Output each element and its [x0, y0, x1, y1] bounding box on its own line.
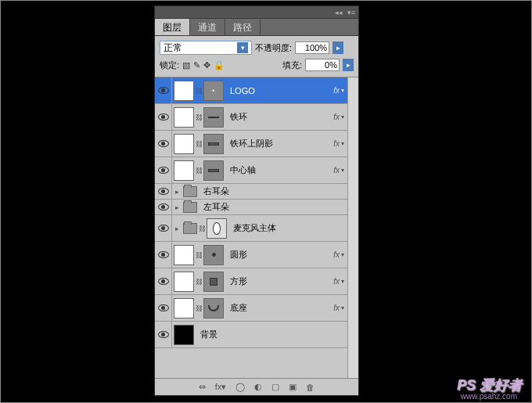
dropdown-arrow-icon: ▾: [237, 42, 248, 53]
tab-channels[interactable]: 通道: [190, 19, 225, 35]
shape-preview-icon: [208, 305, 219, 311]
layer-name[interactable]: LOGO: [225, 86, 333, 95]
mask-thumbnail[interactable]: [203, 245, 224, 265]
menu-icon[interactable]: ▾≡: [347, 9, 355, 16]
fill-input[interactable]: [305, 59, 340, 71]
shape-preview-icon: [208, 169, 219, 172]
shape-preview-icon: [210, 278, 217, 286]
mask-thumbnail[interactable]: [203, 134, 224, 154]
visibility-toggle[interactable]: [155, 242, 172, 268]
layer-controls: 正常 ▾ 不透明度: ▸ 锁定: ▧ ✎ ✥ 🔒 填充: ▸: [155, 36, 358, 77]
lock-transparency-icon[interactable]: ▧: [182, 60, 190, 70]
layer-thumbnail[interactable]: [174, 107, 194, 128]
blend-mode-select[interactable]: 正常 ▾: [160, 41, 252, 55]
visibility-toggle[interactable]: [155, 104, 172, 130]
lock-pixels-icon[interactable]: ✎: [193, 60, 200, 70]
scrollbar[interactable]: [347, 77, 358, 390]
delete-layer-icon[interactable]: 🗑: [306, 383, 315, 392]
layer-name[interactable]: 圆形: [225, 249, 333, 261]
visibility-toggle[interactable]: [155, 131, 172, 157]
layer-name[interactable]: 中心轴: [225, 164, 333, 176]
shape-preview-icon: [208, 142, 219, 146]
fx-menu-icon[interactable]: fx▾: [215, 382, 227, 392]
opacity-flyout-button[interactable]: ▸: [332, 41, 343, 54]
fx-expand-icon[interactable]: ▾: [341, 87, 347, 94]
visibility-toggle[interactable]: [155, 77, 172, 103]
opacity-input[interactable]: [295, 41, 329, 54]
eye-icon: [158, 331, 169, 338]
collapse-icon[interactable]: ◂◂: [335, 9, 343, 16]
opacity-label: 不透明度:: [255, 42, 292, 54]
layer-row[interactable]: ⛓ 底座 fx ▾: [155, 295, 347, 322]
folder-icon: [183, 186, 197, 197]
layer-row[interactable]: ⛓ 铁环 fx ▾: [155, 104, 347, 131]
mask-thumbnail[interactable]: [203, 272, 224, 292]
adjustment-layer-icon[interactable]: ◐: [254, 382, 262, 392]
eye-icon: [158, 304, 169, 311]
fx-badge: fx: [333, 166, 341, 175]
layer-row[interactable]: ⛓ ▪ LOGO fx ▾: [155, 77, 347, 104]
folder-icon: [183, 202, 197, 213]
fx-expand-icon[interactable]: ▾: [341, 113, 347, 121]
visibility-toggle[interactable]: [155, 184, 172, 199]
layer-thumbnail[interactable]: [174, 160, 194, 181]
fx-expand-icon[interactable]: ▾: [341, 304, 347, 311]
layer-row[interactable]: ⛓ 中心轴 fx ▾: [155, 157, 347, 184]
mask-thumbnail[interactable]: [203, 160, 224, 181]
visibility-toggle[interactable]: [155, 268, 172, 294]
layer-row[interactable]: ⛓ 圆形 fx ▾: [155, 242, 347, 268]
tab-paths[interactable]: 路径: [225, 19, 261, 35]
fx-expand-icon[interactable]: ▾: [341, 140, 347, 147]
fx-expand-icon[interactable]: ▾: [341, 278, 347, 285]
mask-thumbnail[interactable]: [203, 298, 224, 318]
layer-name[interactable]: 麦克风主体: [228, 222, 347, 234]
mask-thumbnail[interactable]: [203, 107, 224, 128]
layer-row[interactable]: ▸ 左耳朵: [155, 200, 347, 215]
fx-badge: fx: [333, 139, 341, 148]
add-mask-icon[interactable]: ◯: [235, 382, 245, 392]
expand-icon[interactable]: ▸: [172, 225, 182, 232]
eye-icon: [158, 140, 169, 147]
layer-thumbnail[interactable]: [174, 245, 194, 265]
visibility-toggle[interactable]: [155, 157, 172, 183]
fill-flyout-button[interactable]: ▸: [343, 59, 354, 71]
layer-name[interactable]: 铁环: [225, 111, 333, 123]
mask-thumbnail[interactable]: ▪: [203, 81, 224, 101]
visibility-toggle[interactable]: [155, 322, 172, 347]
layer-name[interactable]: 方形: [225, 275, 333, 287]
layer-row[interactable]: ▸ 右耳朵: [155, 184, 347, 200]
layer-row[interactable]: ⛓ 方形 fx ▾: [155, 268, 347, 295]
new-folder-icon[interactable]: ▢: [271, 382, 279, 392]
layer-row[interactable]: ⛓ 铁环上阴影 fx ▾: [155, 131, 347, 157]
lock-position-icon[interactable]: ✥: [203, 60, 210, 70]
layer-name[interactable]: 铁环上阴影: [225, 138, 333, 149]
visibility-toggle[interactable]: [155, 215, 172, 241]
layer-name[interactable]: 底座: [225, 302, 333, 314]
layer-name[interactable]: 左耳朵: [199, 201, 347, 213]
layer-thumbnail[interactable]: [174, 325, 194, 345]
layer-thumbnail[interactable]: [174, 81, 194, 101]
folder-icon: [183, 223, 197, 234]
eye-icon: [158, 188, 169, 195]
visibility-toggle[interactable]: [155, 295, 172, 321]
lock-all-icon[interactable]: 🔒: [214, 60, 225, 70]
layer-row[interactable]: 背景: [155, 322, 347, 348]
layer-name[interactable]: 右耳朵: [199, 185, 347, 197]
layer-row[interactable]: ▸ ⛓ 麦克风主体: [155, 215, 347, 242]
layer-thumbnail[interactable]: [174, 134, 194, 154]
expand-icon[interactable]: ▸: [172, 203, 182, 211]
fx-expand-icon[interactable]: ▾: [341, 251, 347, 258]
link-layers-icon[interactable]: ⇔: [199, 382, 206, 392]
lock-icon-group: ▧ ✎ ✥ 🔒: [182, 60, 225, 70]
expand-icon[interactable]: ▸: [172, 188, 182, 196]
new-layer-icon[interactable]: ▣: [289, 382, 297, 392]
visibility-toggle[interactable]: [155, 200, 172, 214]
layer-name[interactable]: 背景: [196, 329, 347, 340]
tab-layers[interactable]: 图层: [155, 19, 190, 35]
vector-mask-thumbnail[interactable]: [207, 218, 227, 239]
layer-thumbnail[interactable]: [174, 272, 194, 292]
link-icon: ⛓: [196, 251, 202, 259]
fx-expand-icon[interactable]: ▾: [341, 167, 347, 174]
layer-thumbnail[interactable]: [174, 298, 194, 318]
shape-preview-icon: [213, 222, 221, 235]
